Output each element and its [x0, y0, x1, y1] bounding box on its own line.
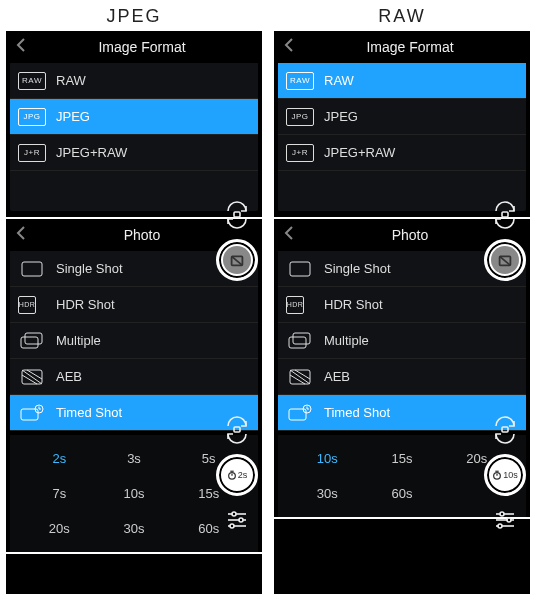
- single-icon: [18, 260, 46, 278]
- shutter-button[interactable]: [216, 239, 258, 281]
- photo-mode-label: Timed Shot: [56, 405, 122, 420]
- shutter-button[interactable]: [484, 239, 526, 281]
- photo-mode-label: Single Shot: [56, 261, 123, 276]
- format-label: RAW: [56, 73, 86, 88]
- format-tag-icon: JPG: [18, 108, 46, 126]
- svg-rect-14: [234, 427, 240, 432]
- svg-rect-38: [502, 427, 508, 432]
- photo-mode-label: Multiple: [56, 333, 101, 348]
- photo-mode-label: HDR Shot: [56, 297, 115, 312]
- format-option-j-r[interactable]: J+R JPEG+RAW: [10, 135, 258, 171]
- timed-option[interactable]: 7s: [22, 478, 97, 509]
- photo-mode-label: Multiple: [324, 333, 369, 348]
- panel-title: Image Format: [298, 39, 522, 55]
- format-tag-icon: J+R: [286, 144, 314, 162]
- aeb-icon: [18, 368, 46, 386]
- photo-mode-aeb[interactable]: AEB: [10, 359, 258, 395]
- timed-option[interactable]: 3s: [97, 443, 172, 474]
- timer-shutter-button[interactable]: 2s: [216, 454, 258, 496]
- photo-mode-label: AEB: [56, 369, 82, 384]
- single-icon: [286, 260, 314, 278]
- format-option-jpg[interactable]: JPG JPEG: [10, 99, 258, 135]
- timed-option[interactable]: 15s: [365, 443, 440, 474]
- column-title: RAW: [268, 0, 536, 31]
- svg-line-26: [500, 256, 511, 265]
- format-option-raw[interactable]: RAW RAW: [278, 63, 526, 99]
- format-label: JPEG: [56, 109, 90, 124]
- timed-option[interactable]: 60s: [365, 478, 440, 509]
- back-icon[interactable]: [282, 37, 298, 57]
- camera-flip-icon[interactable]: [223, 201, 251, 229]
- timed-option[interactable]: 10s: [97, 478, 172, 509]
- timed-option[interactable]: 10s: [290, 443, 365, 474]
- panel-title: Image Format: [30, 39, 254, 55]
- svg-point-19: [232, 512, 236, 516]
- photo-mode-multiple[interactable]: Multiple: [10, 323, 258, 359]
- multiple-icon: [286, 332, 314, 350]
- timed-icon: [18, 404, 46, 422]
- hdr-icon: HDR: [286, 296, 314, 314]
- image-format-panel: Image Format RAW RAW JPG JPEG J+R: [274, 31, 530, 219]
- timer-badge-label: 10s: [503, 470, 518, 480]
- format-label: JPEG+RAW: [56, 145, 127, 160]
- svg-rect-3: [22, 262, 42, 276]
- hdr-icon: HDR: [18, 296, 46, 314]
- camera-flip-icon[interactable]: [491, 416, 519, 444]
- svg-line-2: [232, 256, 243, 265]
- svg-rect-0: [234, 212, 240, 217]
- svg-rect-29: [293, 333, 310, 344]
- format-option-raw[interactable]: RAW RAW: [10, 63, 258, 99]
- svg-rect-27: [290, 262, 310, 276]
- svg-rect-5: [25, 333, 42, 344]
- svg-point-43: [500, 512, 504, 516]
- timed-icon: [286, 404, 314, 422]
- svg-point-23: [230, 524, 234, 528]
- format-label: JPEG: [324, 109, 358, 124]
- photo-mode-hdr[interactable]: HDR HDR Shot: [10, 287, 258, 323]
- format-tag-icon: JPG: [286, 108, 314, 126]
- svg-rect-28: [289, 337, 306, 348]
- format-label: JPEG+RAW: [324, 145, 395, 160]
- svg-rect-4: [21, 337, 38, 348]
- photo-mode-hdr[interactable]: HDR HDR Shot: [278, 287, 526, 323]
- photo-mode-label: Single Shot: [324, 261, 391, 276]
- svg-point-21: [239, 518, 243, 522]
- aeb-icon: [286, 368, 314, 386]
- settings-sliders-icon[interactable]: [223, 506, 251, 534]
- photo-mode-label: Timed Shot: [324, 405, 390, 420]
- svg-point-47: [498, 524, 502, 528]
- back-icon[interactable]: [282, 225, 298, 245]
- settings-sliders-icon[interactable]: [491, 506, 519, 534]
- camera-flip-icon[interactable]: [223, 416, 251, 444]
- back-icon[interactable]: [14, 225, 30, 245]
- timed-option[interactable]: 30s: [97, 513, 172, 544]
- format-label: RAW: [324, 73, 354, 88]
- format-tag-icon: J+R: [18, 144, 46, 162]
- back-icon[interactable]: [14, 37, 30, 57]
- format-tag-icon: RAW: [18, 72, 46, 90]
- svg-rect-24: [502, 212, 508, 217]
- camera-flip-icon[interactable]: [491, 201, 519, 229]
- format-tag-icon: RAW: [286, 72, 314, 90]
- photo-mode-multiple[interactable]: Multiple: [278, 323, 526, 359]
- photo-mode-aeb[interactable]: AEB: [278, 359, 526, 395]
- timed-option[interactable]: 20s: [22, 513, 97, 544]
- photo-mode-label: HDR Shot: [324, 297, 383, 312]
- timer-shutter-button[interactable]: 10s: [484, 454, 526, 496]
- timer-badge-label: 2s: [238, 470, 248, 480]
- photo-mode-label: AEB: [324, 369, 350, 384]
- svg-point-45: [507, 518, 511, 522]
- timed-option[interactable]: 30s: [290, 478, 365, 509]
- format-option-j-r[interactable]: J+R JPEG+RAW: [278, 135, 526, 171]
- format-option-jpg[interactable]: JPG JPEG: [278, 99, 526, 135]
- timed-option[interactable]: 2s: [22, 443, 97, 474]
- multiple-icon: [18, 332, 46, 350]
- column-title: JPEG: [0, 0, 268, 31]
- image-format-panel: Image Format RAW RAW JPG JPEG J+R: [6, 31, 262, 219]
